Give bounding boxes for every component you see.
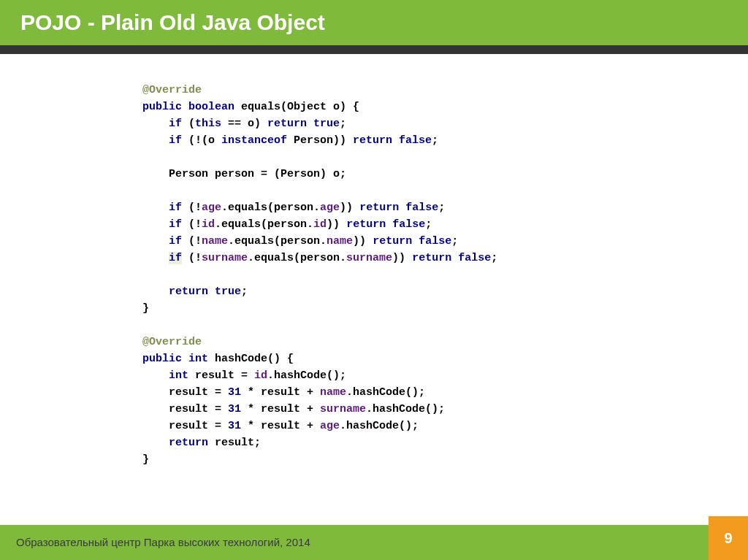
field: surname [346,252,392,264]
kw: return false [353,134,432,147]
page-number-value: 9 [724,530,732,547]
kw: return [169,437,208,449]
field: name [202,235,228,248]
kw: return false [373,235,451,248]
kw: if [169,252,182,264]
txt: } [142,302,149,315]
num: 31 [228,403,241,415]
header-underline [0,45,748,54]
kw: return false [412,252,491,264]
kw: boolean [182,101,234,113]
txt: ; [241,285,248,298]
txt: result = [169,386,228,399]
page-number: 9 [709,516,748,560]
txt: result; [208,437,261,449]
num: 31 [228,386,241,399]
slide-footer: Образовательный центр Парка высоких техн… [0,525,748,560]
txt: == o) [221,118,267,130]
annotation: @Override [142,336,202,348]
txt: .equals(person. [221,202,320,214]
code-block: @Override public boolean equals(Object o… [0,54,748,468]
txt: result = [188,369,254,382]
annotation: @Override [142,84,202,96]
txt: .equals(person. [215,218,313,231]
txt: * result + [241,386,320,399]
slide-header: POJO - Plain Old Java Object [0,0,748,45]
txt: .hashCode(); [366,403,445,415]
field: name [327,235,353,248]
slide-title: POJO - Plain Old Java Object [20,10,325,34]
field: id [254,369,267,382]
txt: ; [432,134,438,147]
kw: return true [267,118,340,130]
field: age [320,420,340,432]
txt: (! [182,202,202,214]
txt: ; [438,202,445,214]
footer-text: Образовательный центр Парка высоких техн… [0,525,748,548]
field: surname [202,252,248,264]
kw: if [169,134,182,147]
kw: int [182,353,208,365]
field: age [202,202,221,214]
num: 31 [228,420,241,432]
kw: if [169,118,182,130]
txt: .hashCode(); [340,420,419,432]
field: id [202,218,215,231]
txt: Person)) [287,134,353,147]
kw: int [169,369,188,382]
txt: } [142,453,149,466]
txt: .hashCode(); [346,386,425,399]
field: age [320,202,340,214]
txt: )) [340,202,359,214]
txt: * result + [241,403,320,415]
kw: return false [359,202,438,214]
kw: if [169,235,182,248]
txt: result = [169,420,228,432]
txt: (!(o [182,134,221,147]
txt: hashCode() { [208,353,294,365]
txt: equals(Object o) { [234,101,359,113]
txt: ; [340,118,346,130]
kw: return false [346,218,425,231]
kw: if [169,202,182,214]
txt: .equals(person. [248,252,346,264]
txt: * result + [241,420,320,432]
txt: )) [353,235,373,248]
kw: if [169,218,182,231]
txt: ; [425,218,432,231]
txt: ; [451,235,458,248]
txt: (! [182,218,202,231]
field: id [313,218,327,231]
kw: public [142,101,182,113]
txt: (! [182,235,202,248]
txt: (! [182,252,202,264]
field: name [320,386,346,399]
field: surname [320,403,366,415]
txt: .hashCode(); [267,369,346,382]
kw: this [195,118,221,130]
txt: Person person = (Person) o; [169,168,346,180]
txt: ; [491,252,497,264]
txt: result = [169,403,228,415]
txt: )) [392,252,412,264]
txt: ( [182,118,195,130]
kw: public [142,353,182,365]
txt: .equals(person. [228,235,327,248]
highlight: if [169,252,182,264]
kw: return true [169,285,241,298]
txt: )) [327,218,346,231]
kw: instanceof [221,134,287,147]
